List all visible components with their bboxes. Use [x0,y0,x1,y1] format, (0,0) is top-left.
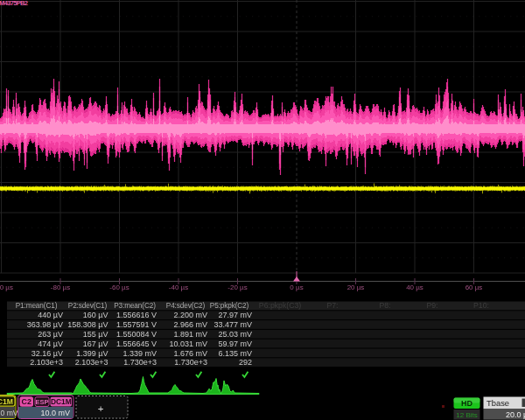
svg-text:1.557591 V: 1.557591 V [116,320,157,329]
svg-text:25.03 mV: 25.03 mV [218,330,252,339]
svg-text:P9:: P9: [426,301,438,310]
svg-text:60 µs: 60 µs [466,284,483,291]
svg-text:155 µV: 155 µV [83,330,108,339]
svg-text:+: + [98,403,104,414]
svg-text:P5:pkpk(C2): P5:pkpk(C2) [210,302,249,310]
svg-text:6.135 mV: 6.135 mV [218,349,252,358]
svg-text:-100 µs: -100 µs [0,284,13,291]
svg-text:P3:mean(C2): P3:mean(C2) [114,302,156,310]
svg-text:363.98 µV: 363.98 µV [27,320,63,329]
svg-text:167 µV: 167 µV [83,340,108,348]
svg-text:P2:sdev(C1): P2:sdev(C1) [68,302,108,310]
svg-text:1.556616 V: 1.556616 V [116,311,157,319]
svg-text:158.308 µV: 158.308 µV [67,320,108,329]
svg-text:P4:sdev(C2): P4:sdev(C2) [166,302,206,310]
svg-text:12 Bits: 12 Bits [456,411,477,419]
svg-text:40 µs: 40 µs [406,284,424,291]
svg-text:-60 µs: -60 µs [109,284,129,291]
svg-text:33.477 mV: 33.477 mV [214,320,252,329]
svg-text:474 µV: 474 µV [38,340,63,348]
svg-text:M4375PB2: M4375PB2 [0,0,28,7]
svg-text:32.16 µV: 32.16 µV [32,349,63,358]
svg-text:1.676 mV: 1.676 mV [173,349,207,358]
svg-text:1.730e+3: 1.730e+3 [174,358,207,367]
svg-text:292: 292 [239,358,252,367]
svg-text:1.339 mV: 1.339 mV [122,349,157,358]
svg-text:Tbase: Tbase [486,398,509,408]
svg-text:0 mV: 0 mV [1,409,18,417]
svg-text:P6:pkpk(C3): P6:pkpk(C3) [259,301,301,310]
svg-text:1.891 mV: 1.891 mV [173,330,207,339]
svg-text:160 µV: 160 µV [83,311,108,319]
svg-text:P10:: P10: [473,301,489,310]
svg-text:263 µV: 263 µV [38,330,63,339]
svg-text:C2: C2 [22,397,32,406]
svg-text:440 µV: 440 µV [38,311,63,319]
svg-text:P1:mean(C1): P1:mean(C1) [16,302,58,310]
svg-text:2.103e+3: 2.103e+3 [30,358,63,367]
svg-text:-20 µs: -20 µs [228,284,247,291]
svg-text:DC1M: DC1M [0,397,13,406]
svg-text:2.103e+3: 2.103e+3 [75,358,108,367]
svg-text:10.0 mV: 10.0 mV [40,409,70,417]
svg-text:ESP: ESP [35,398,48,406]
svg-text:59.97 mV: 59.97 mV [218,340,252,348]
svg-text:DC1M: DC1M [51,397,72,406]
svg-text:HD: HD [461,399,472,408]
svg-text:P8:: P8: [379,301,390,310]
svg-text:10.031 mV: 10.031 mV [169,340,207,348]
svg-text:20.0 µs/div: 20.0 µs/div [506,410,525,419]
svg-text:20 µs: 20 µs [347,284,365,291]
svg-text:27.97 mV: 27.97 mV [218,311,252,319]
svg-text:2.966 mV: 2.966 mV [173,320,207,329]
svg-text:1.556645 V: 1.556645 V [116,340,157,348]
svg-text:-40 µs: -40 µs [169,284,188,291]
svg-text:2.200 mV: 2.200 mV [173,311,207,319]
svg-text:P7:: P7: [326,301,338,310]
svg-text:-80 µs: -80 µs [51,284,70,291]
svg-text:1.730e+3: 1.730e+3 [123,358,157,367]
svg-text:0 µs: 0 µs [290,284,303,291]
svg-text:1.550084 V: 1.550084 V [116,330,157,339]
svg-text:1.399 µV: 1.399 µV [76,349,108,358]
